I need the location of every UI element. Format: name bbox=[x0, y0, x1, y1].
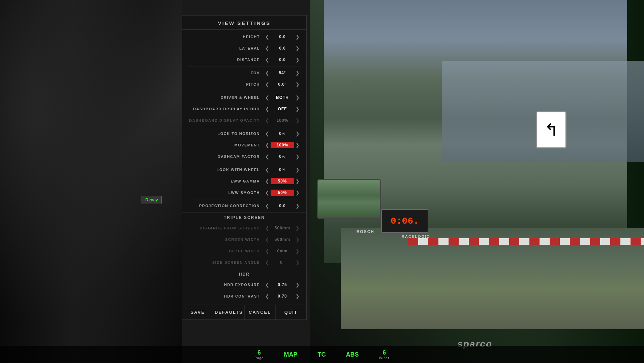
dashboard-opacity-left-arrow: ❮ bbox=[264, 118, 271, 123]
separator-5 bbox=[188, 199, 301, 199]
driver-wheel-value: BOTH bbox=[271, 95, 294, 100]
hud-page-label: Page bbox=[254, 356, 264, 360]
lww-gamma-right-arrow[interactable]: ❯ bbox=[294, 178, 301, 184]
dashboard-hud-value: OFF bbox=[271, 107, 294, 111]
movement-left-arrow[interactable]: ❮ bbox=[264, 142, 271, 148]
lock-horizon-left-arrow[interactable]: ❮ bbox=[264, 131, 271, 136]
hdr-exposure-right-arrow[interactable]: ❯ bbox=[294, 282, 301, 287]
screen-width-row: SCREEN WIDTH ❮ 500mm ❯ bbox=[182, 234, 306, 245]
hud-abs: ABS bbox=[346, 351, 359, 358]
cockpit-interior-left bbox=[0, 0, 182, 363]
projection-right-arrow[interactable]: ❯ bbox=[294, 203, 301, 208]
dashboard-hud-right-arrow[interactable]: ❯ bbox=[294, 106, 301, 112]
settings-body: HEIGHT ❮ 0.0 ❯ LATERAL ❮ 0.0 ❯ DISTANCE … bbox=[182, 30, 306, 303]
lww-gamma-left-arrow[interactable]: ❮ bbox=[264, 178, 271, 184]
dashcam-row: DASHCAM FACTOR ❮ 0% ❯ bbox=[182, 151, 306, 162]
lateral-right-arrow[interactable]: ❯ bbox=[294, 46, 301, 51]
movement-row: MOVEMENT ❮ 100% ❯ bbox=[182, 139, 306, 151]
side-angle-value: 0° bbox=[271, 260, 294, 265]
dashboard-opacity-row: DASHBOARD DISPLAY OPACITY ❮ 100% ❯ bbox=[182, 115, 306, 126]
side-angle-label: SIDE SCREEN ANGLE bbox=[188, 260, 264, 264]
cancel-button[interactable]: CANCEL bbox=[245, 305, 276, 319]
lock-horizon-label: LOCK TO HORIZON bbox=[188, 132, 264, 136]
hud-map-value: MAP bbox=[284, 351, 298, 358]
distance-label: DISTANCE bbox=[188, 58, 264, 62]
dashboard-hud-label: DASHBOARD DISPLAY IN HUD bbox=[188, 107, 264, 111]
direction-arrow-sign: ↰ bbox=[536, 111, 566, 148]
height-label: HEIGHT bbox=[188, 35, 264, 39]
projection-row: PROJECTION CORRECTION ❮ 0.0 ❯ bbox=[182, 200, 306, 212]
distance-right-arrow[interactable]: ❯ bbox=[294, 57, 301, 62]
dashcam-left-arrow[interactable]: ❮ bbox=[264, 154, 271, 159]
lww-gamma-value: 50% bbox=[271, 178, 294, 184]
hdr-contrast-label: HDR CONTRAST bbox=[188, 294, 264, 298]
panel-title: VIEW SETTINGS bbox=[182, 16, 306, 30]
dashcam-value: 0% bbox=[271, 154, 294, 159]
hdr-exposure-row: HDR EXPOSURE ❮ 0.75 ❯ bbox=[182, 279, 306, 290]
rearview-image bbox=[318, 180, 380, 218]
distance-row: DISTANCE ❮ 0.0 ❯ bbox=[182, 54, 306, 65]
hud-page: 6 Page bbox=[254, 349, 264, 360]
lateral-row: LATERAL ❮ 0.0 ❯ bbox=[182, 43, 306, 54]
projection-left-arrow[interactable]: ❮ bbox=[264, 203, 271, 208]
game-hud: 6 Page MAP TC ABS 6 Wiper bbox=[0, 346, 644, 363]
defaults-button[interactable]: DEFAULTS bbox=[213, 305, 244, 319]
hdr-contrast-right-arrow[interactable]: ❯ bbox=[294, 294, 301, 299]
triple-screen-label: TRIPLE SCREEN bbox=[188, 215, 301, 220]
hdr-contrast-row: HDR CONTRAST ❮ 0.70 ❯ bbox=[182, 290, 306, 302]
pitch-row: PITCH ❮ 0.0° ❯ bbox=[182, 79, 306, 90]
racelogic-label: RACELOGIC bbox=[402, 234, 430, 239]
distance-value: 0.0 bbox=[271, 57, 294, 62]
look-wheel-left-arrow[interactable]: ❮ bbox=[264, 167, 271, 172]
lock-horizon-value: 0% bbox=[271, 131, 294, 136]
bezel-width-label: BEZEL WIDTH bbox=[188, 249, 264, 253]
fov-label: FOV bbox=[188, 71, 264, 75]
fov-right-arrow[interactable]: ❯ bbox=[294, 70, 301, 76]
pitch-left-arrow[interactable]: ❮ bbox=[264, 82, 271, 87]
lateral-left-arrow[interactable]: ❮ bbox=[264, 46, 271, 51]
hdr-label: HDR bbox=[188, 272, 301, 277]
hdr-contrast-left-arrow[interactable]: ❮ bbox=[264, 294, 271, 299]
quit-button[interactable]: QUIT bbox=[276, 305, 306, 319]
bezel-width-right-arrow: ❯ bbox=[294, 248, 301, 254]
dashcam-label: DASHCAM FACTOR bbox=[188, 155, 264, 159]
dashboard-hud-left-arrow[interactable]: ❮ bbox=[264, 106, 271, 112]
view-settings-panel: VIEW SETTINGS HEIGHT ❮ 0.0 ❯ LATERAL ❮ 0… bbox=[182, 15, 307, 320]
screen-width-left-arrow: ❮ bbox=[264, 237, 271, 242]
racelogic-timer: 0:06. bbox=[381, 209, 428, 233]
look-wheel-row: LOOK WITH WHEEL ❮ 0% ❯ bbox=[182, 164, 306, 175]
save-button[interactable]: SAVE bbox=[182, 305, 213, 319]
driver-wheel-right-arrow[interactable]: ❯ bbox=[294, 95, 301, 100]
fov-left-arrow[interactable]: ❮ bbox=[264, 70, 271, 76]
bosch-label: BOSCH bbox=[357, 229, 374, 234]
driver-wheel-label: DRIVER & WHEEL bbox=[188, 95, 264, 100]
pitch-label: PITCH bbox=[188, 82, 264, 86]
lww-smooth-left-arrow[interactable]: ❮ bbox=[264, 190, 271, 195]
lock-horizon-right-arrow[interactable]: ❯ bbox=[294, 131, 301, 136]
dist-screens-row: DISTANCE FROM SCREENS ❮ 500mm ❯ bbox=[182, 222, 306, 234]
height-right-arrow[interactable]: ❯ bbox=[294, 34, 301, 39]
mini-rearview-screen bbox=[317, 179, 381, 219]
hud-page-value: 6 bbox=[257, 349, 261, 356]
distance-left-arrow[interactable]: ❮ bbox=[264, 57, 271, 62]
lateral-value: 0.0 bbox=[271, 46, 294, 51]
side-angle-row: SIDE SCREEN ANGLE ❮ 0° ❯ bbox=[182, 257, 306, 268]
look-wheel-right-arrow[interactable]: ❯ bbox=[294, 167, 301, 172]
lock-horizon-row: LOCK TO HORIZON ❮ 0% ❯ bbox=[182, 128, 306, 139]
driver-wheel-left-arrow[interactable]: ❮ bbox=[264, 95, 271, 100]
lww-smooth-right-arrow[interactable]: ❯ bbox=[294, 190, 301, 195]
movement-label: MOVEMENT bbox=[188, 143, 264, 147]
dist-screens-left-arrow: ❮ bbox=[264, 225, 271, 231]
hdr-exposure-left-arrow[interactable]: ❮ bbox=[264, 282, 271, 287]
lww-smooth-label: LWW SMOOTH bbox=[188, 191, 264, 195]
dashboard-hud-row: DASHBOARD DISPLAY IN HUD ❮ OFF ❯ bbox=[182, 103, 306, 115]
bezel-width-value: 0mm bbox=[271, 249, 294, 253]
height-row: HEIGHT ❮ 0.0 ❯ bbox=[182, 31, 306, 43]
screen-width-right-arrow: ❯ bbox=[294, 237, 301, 242]
driver-wheel-row: DRIVER & WHEEL ❮ BOTH ❯ bbox=[182, 92, 306, 103]
dashboard-opacity-label: DASHBOARD DISPLAY OPACITY bbox=[188, 118, 264, 122]
dashcam-right-arrow[interactable]: ❯ bbox=[294, 154, 301, 159]
movement-right-arrow[interactable]: ❯ bbox=[294, 142, 301, 148]
height-left-arrow[interactable]: ❮ bbox=[264, 34, 271, 39]
pitch-right-arrow[interactable]: ❯ bbox=[294, 82, 301, 87]
